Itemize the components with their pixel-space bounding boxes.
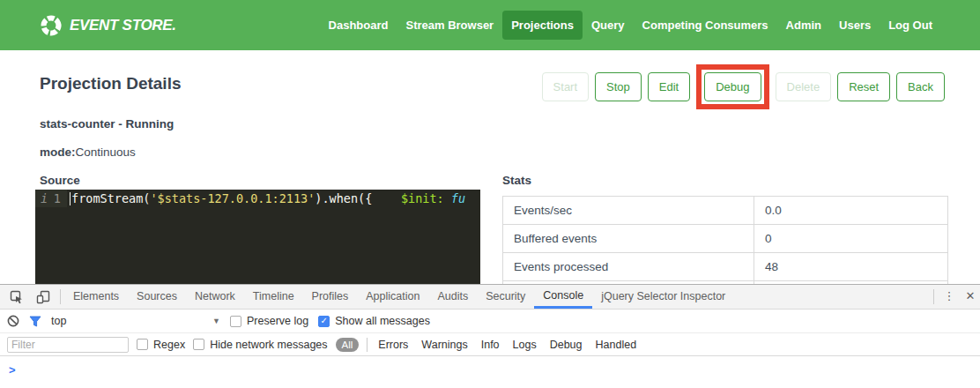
devtools-panel: Elements Sources Network Timeline Profil… — [0, 284, 980, 388]
gutter-info-annotation-icon: i — [41, 191, 48, 207]
table-row: Buffered events 0 — [502, 225, 948, 253]
stats-section-label: Stats — [502, 174, 531, 187]
show-all-messages-checkbox[interactable]: Show all messages — [318, 315, 430, 327]
level-filter-warnings[interactable]: Warnings — [419, 339, 470, 351]
execution-context-value: top — [51, 315, 66, 327]
projection-action-buttons: Start Stop Edit Debug Delete Reset Back — [542, 62, 945, 111]
start-button[interactable]: Start — [542, 72, 589, 101]
level-filter-debug[interactable]: Debug — [547, 339, 585, 351]
logo-text: EVENT STORE. — [70, 17, 176, 34]
devtools-menu-icon[interactable]: ⋮ — [938, 285, 961, 309]
checkbox-unchecked-icon — [193, 339, 204, 350]
toolbar-separator — [933, 289, 934, 304]
level-filter-errors[interactable]: Errors — [375, 339, 411, 351]
level-filter-handled[interactable]: Handled — [593, 339, 640, 351]
debug-button-highlight-box: Debug — [696, 64, 768, 109]
checkbox-unchecked-icon — [230, 316, 241, 327]
debug-button[interactable]: Debug — [704, 72, 761, 101]
execution-context-selector[interactable]: top ▼ — [51, 315, 220, 327]
text-cursor — [70, 192, 71, 205]
nav-item-stream-browser[interactable]: Stream Browser — [397, 11, 502, 40]
code-segment — [444, 191, 451, 205]
toolbar-separator — [367, 338, 368, 352]
tab-sources[interactable]: Sources — [128, 285, 186, 309]
code-segment-string: '$stats-127.0.0.1:2113' — [150, 191, 315, 205]
tab-elements[interactable]: Elements — [64, 285, 128, 309]
nav-item-users[interactable]: Users — [830, 11, 880, 40]
level-filter-all[interactable]: All — [336, 338, 360, 352]
nav-item-query[interactable]: Query — [583, 11, 634, 40]
stop-button[interactable]: Stop — [595, 72, 642, 101]
nav-item-competing-consumers[interactable]: Competing Consumers — [634, 11, 777, 40]
console-toolbar: top ▼ Preserve log Show all messages — [0, 310, 980, 333]
level-filter-logs[interactable]: Logs — [510, 339, 539, 351]
nav-item-projections[interactable]: Projections — [502, 11, 583, 40]
app-header: EVENT STORE. Dashboard Stream Browser Pr… — [0, 0, 980, 50]
filter-input[interactable] — [7, 337, 129, 353]
table-row: Events processed 48 — [502, 253, 948, 281]
stats-table: Events/sec 0.0 Buffered events 0 Events … — [502, 196, 948, 284]
level-filter-info[interactable]: Info — [479, 339, 502, 351]
tab-bar-spacer — [734, 285, 930, 309]
nav-item-dashboard[interactable]: Dashboard — [320, 11, 397, 40]
preserve-log-checkbox[interactable]: Preserve log — [230, 315, 308, 327]
nav-item-log-out[interactable]: Log Out — [880, 11, 941, 40]
projection-status: stats-counter - Running — [40, 117, 174, 131]
code-segment: ).when({ — [315, 191, 372, 205]
tab-application[interactable]: Application — [357, 285, 428, 309]
clear-console-icon[interactable] — [7, 315, 19, 327]
page-title: Projection Details — [40, 74, 182, 93]
stat-value-events-per-sec: 0.0 — [754, 197, 948, 224]
event-store-app: EVENT STORE. Dashboard Stream Browser Pr… — [0, 0, 980, 388]
event-store-logo[interactable]: EVENT STORE. — [40, 14, 176, 37]
projection-mode: mode:Continuous — [40, 146, 136, 159]
stat-label-events-per-sec: Events/sec — [502, 197, 754, 224]
nav-item-admin[interactable]: Admin — [777, 11, 830, 40]
back-button[interactable]: Back — [896, 72, 945, 101]
tab-console[interactable]: Console — [534, 285, 592, 309]
main-nav: Dashboard Stream Browser Projections Que… — [320, 11, 941, 40]
regex-label: Regex — [153, 339, 185, 351]
console-filter-bar: Regex Hide network messages All Errors W… — [0, 333, 980, 356]
inspect-element-icon[interactable] — [4, 285, 30, 309]
toolbar-separator — [60, 289, 61, 304]
stat-value-events-processed: 48 — [754, 253, 948, 280]
devtools-tab-bar: Elements Sources Network Timeline Profil… — [0, 285, 980, 310]
line-number: 1 — [54, 191, 61, 207]
event-store-logo-icon — [40, 14, 63, 37]
code-segment-keyword: $init: — [401, 191, 444, 205]
tab-timeline[interactable]: Timeline — [244, 285, 303, 309]
source-code-editor[interactable]: i 1 fromStream('$stats-127.0.0.1:2113').… — [35, 190, 480, 284]
stat-label-buffered-events: Buffered events — [502, 225, 754, 252]
checkbox-unchecked-icon — [137, 339, 148, 350]
code-line[interactable]: fromStream('$stats-127.0.0.1:2113').when… — [67, 190, 465, 284]
show-all-messages-label: Show all messages — [335, 315, 430, 327]
chevron-down-icon: ▼ — [212, 317, 220, 325]
console-prompt-chevron-icon[interactable]: > — [9, 363, 16, 377]
stat-value-buffered-events: 0 — [754, 225, 948, 252]
mode-value: Continuous — [76, 146, 136, 159]
tab-security[interactable]: Security — [477, 285, 534, 309]
hide-network-messages-label: Hide network messages — [210, 339, 327, 351]
edit-button[interactable]: Edit — [648, 72, 690, 101]
delete-button[interactable]: Delete — [776, 72, 832, 101]
regex-checkbox[interactable]: Regex — [137, 339, 185, 351]
console-output-area[interactable]: > — [0, 356, 980, 388]
source-section-label: Source — [40, 174, 80, 187]
device-toolbar-icon[interactable] — [30, 285, 56, 309]
mode-label: mode: — [40, 146, 76, 159]
editor-gutter: i 1 — [35, 190, 67, 207]
table-row: Events/sec 0.0 — [502, 197, 948, 225]
hide-network-messages-checkbox[interactable]: Hide network messages — [193, 339, 327, 351]
tab-profiles[interactable]: Profiles — [303, 285, 358, 309]
checkbox-checked-icon — [318, 316, 330, 327]
filter-funnel-icon[interactable] — [29, 316, 41, 327]
tab-network[interactable]: Network — [186, 285, 244, 309]
devtools-close-icon[interactable]: ✕ — [961, 285, 980, 309]
stat-label-events-processed: Events processed — [502, 253, 754, 280]
reset-button[interactable]: Reset — [837, 72, 890, 101]
tab-jquery-selector-inspector[interactable]: jQuery Selector Inspector — [592, 285, 734, 309]
preserve-log-label: Preserve log — [247, 315, 308, 327]
code-segment: fromStream( — [71, 191, 150, 205]
tab-audits[interactable]: Audits — [428, 285, 477, 309]
